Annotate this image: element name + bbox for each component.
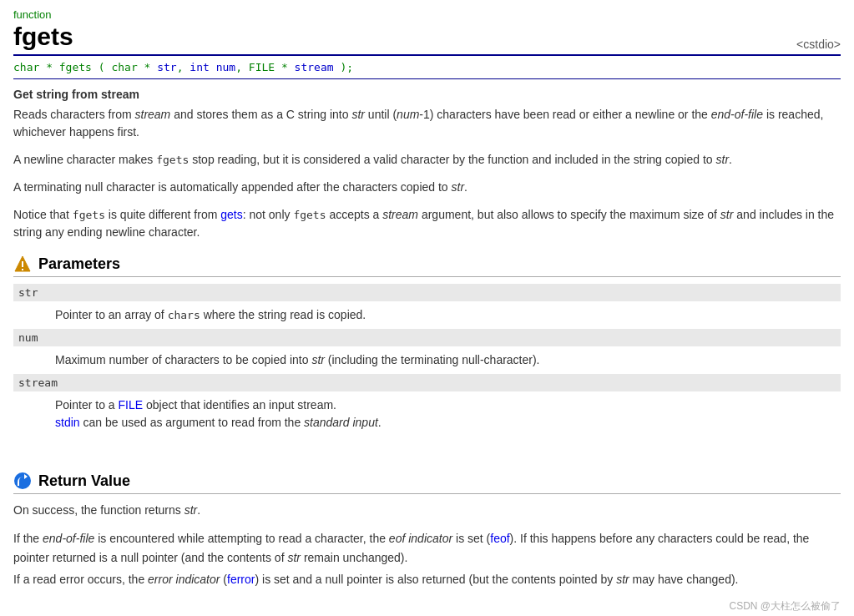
feof-link[interactable]: feof [490,532,509,545]
ferror-link[interactable]: ferror [227,573,255,586]
return-section-header: Return Value [13,472,841,494]
cstdio-label: <cstdio> [796,38,841,51]
return-title: Return Value [38,472,130,490]
stdin-link[interactable]: stdin [55,416,80,429]
function-signature: char * fgets ( char * str, int num, FILE… [13,61,841,79]
summary-para4: Notice that fgets is quite different fro… [13,206,841,241]
param-num-desc: Maximum number of characters to be copie… [13,346,841,374]
summary-heading: Get string from stream [13,88,841,101]
param-num-desc-row: Maximum number of characters to be copie… [13,346,841,374]
parameters-section-header: Parameters [13,255,841,277]
param-num-name-row: num [13,329,841,346]
svg-point-3 [14,472,31,489]
parameters-title: Parameters [38,255,120,273]
function-title: fgets <cstdio> [13,23,841,56]
return-para2: If the end-of-file is encountered while … [13,529,841,567]
summary-para2: A newline character makes fgets stop rea… [13,151,841,169]
param-stream-name-row: stream [13,374,841,391]
parameters-table: str Pointer to an array of chars where t… [13,284,841,437]
return-para1: On success, the function returns str. [13,501,841,519]
summary-para1: Reads characters from stream and stores … [13,106,841,141]
summary-para3: A terminating null character is automati… [13,179,841,196]
param-stream-desc-row: Pointer to a FILE object that identifies… [13,391,841,437]
svg-rect-2 [22,269,23,270]
return-icon [13,472,32,490]
function-label: function [13,8,841,21]
gets-link[interactable]: gets [220,208,242,221]
watermark: CSDN @大柱怎么被偷了 [13,599,841,613]
svg-rect-1 [22,261,23,267]
param-stream-desc: Pointer to a FILE object that identifies… [13,391,841,437]
param-num-name: num [13,329,841,346]
return-content: On success, the function returns str. If… [13,501,841,589]
param-str-desc-row: Pointer to an array of chars where the s… [13,301,841,329]
param-stream-name: stream [13,374,841,391]
param-str-name-row: str [13,284,841,301]
param-str-desc: Pointer to an array of chars where the s… [13,301,841,329]
return-para3: If a read error occurs, the error indica… [13,570,841,588]
param-str-name: str [13,284,841,301]
file-link[interactable]: FILE [119,398,144,412]
parameters-icon [13,255,32,273]
page-title: fgets [13,23,73,51]
